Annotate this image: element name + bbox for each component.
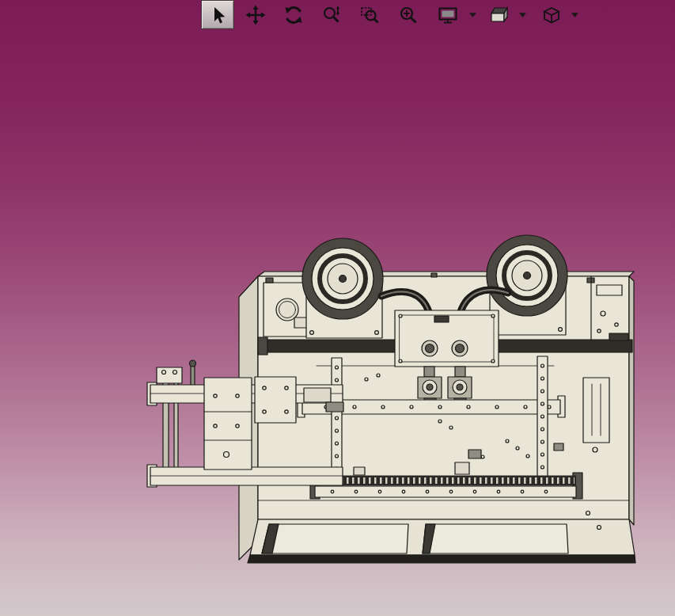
toolbar <box>0 0 675 30</box>
machine-3d-model[interactable] <box>0 0 675 616</box>
pan-arrows-icon <box>245 5 266 25</box>
view-orientation-button[interactable] <box>536 0 567 29</box>
cursor-icon <box>207 5 228 25</box>
render-style-dropdown[interactable] <box>517 0 528 29</box>
right-fan-housing[interactable] <box>487 235 567 316</box>
magnifier-plus-icon <box>398 5 419 25</box>
chevron-down-icon <box>519 13 526 17</box>
render-style-button[interactable] <box>483 0 515 29</box>
rotate-arrows-icon <box>283 5 304 25</box>
select-tool-button[interactable] <box>201 0 234 29</box>
monitor-icon <box>438 5 458 25</box>
app-window <box>0 0 675 616</box>
zoom-area-tool-button[interactable] <box>354 0 385 29</box>
cube-icon <box>541 5 562 25</box>
view-orientation-dropdown[interactable] <box>569 0 580 29</box>
pan-tool-button[interactable] <box>240 0 271 29</box>
zoom-fit-tool-button[interactable] <box>392 0 424 29</box>
chevron-down-icon <box>571 13 578 17</box>
3d-viewport[interactable] <box>0 0 675 616</box>
left-fan-housing[interactable] <box>302 238 383 319</box>
sheet-icon <box>489 5 510 25</box>
magnifier-updown-icon <box>321 5 342 25</box>
chevron-down-icon <box>469 13 476 17</box>
display-mode-dropdown[interactable] <box>467 0 478 29</box>
magnifier-area-icon <box>359 5 380 25</box>
rotate-tool-button[interactable] <box>278 0 309 29</box>
display-mode-button[interactable] <box>432 0 464 29</box>
zoom-tool-button[interactable] <box>316 0 347 29</box>
vertical-guide-right[interactable] <box>537 356 548 477</box>
vertical-guide-left[interactable] <box>332 358 342 478</box>
